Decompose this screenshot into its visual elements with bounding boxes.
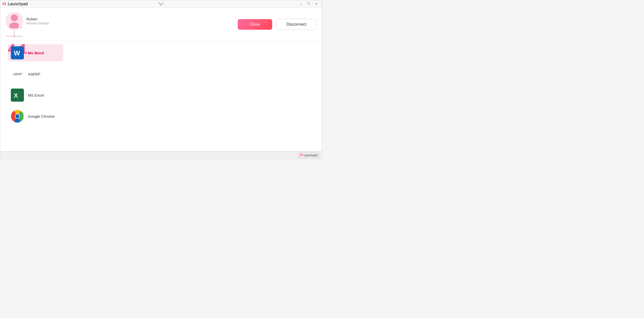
excel-icon: X [11, 89, 24, 102]
connector-line-h-left [6, 36, 14, 36]
app-label-ms-excel: MS Excel [28, 93, 44, 97]
app-item-google-chrome[interactable]: Google Chrome [8, 108, 73, 125]
excel-icon-svg: X [13, 90, 22, 100]
svg-point-1 [4, 3, 5, 4]
minimize-button[interactable]: ─ [298, 2, 305, 7]
launchpad-icon [2, 2, 6, 6]
title-bar-title: Launchpad [8, 2, 28, 6]
chrome-icon [11, 110, 24, 123]
connector-line-h-right [15, 36, 23, 36]
svg-point-17 [301, 154, 302, 155]
avatar [5, 12, 23, 30]
taskbar-launchpad-icon [300, 154, 303, 157]
title-bar-left: Launchpad [2, 2, 28, 6]
title-bar: Launchpad ─ ❐ ✕ [0, 0, 322, 8]
word-icon-svg: W [13, 48, 22, 58]
window-close-button[interactable]: ✕ [313, 2, 320, 7]
chrome-icon-svg [11, 110, 24, 123]
app-item-a3erp[interactable]: a3ERP A3ERP [8, 65, 73, 83]
svg-point-18 [300, 156, 302, 157]
remote-desktop-label: Remote Desktop [26, 22, 49, 25]
taskbar-launchpad-item[interactable]: Launchpad [298, 152, 320, 158]
close-button[interactable]: Close [238, 19, 272, 30]
avatar-badge [18, 25, 23, 29]
chevron-down-icon [158, 2, 164, 6]
svg-text:W: W [14, 49, 20, 57]
a3erp-icon-text: a3ERP [13, 72, 22, 76]
app-label-ms-word: Ms Word [28, 51, 44, 55]
disconnect-button[interactable]: Disconnect [276, 19, 317, 30]
header: Ruben Remote Desktop Close Disconnect [0, 8, 322, 40]
launchpad-window: Launchpad ─ ❐ ✕ [0, 0, 322, 159]
taskbar-item-label: Launchpad [304, 154, 317, 157]
content-area: 4 1 W Ms Word a3ERP A3ERP X [0, 40, 322, 151]
svg-point-15 [15, 114, 19, 118]
user-info: Ruben Remote Desktop [26, 12, 49, 25]
restore-button[interactable]: ❐ [305, 2, 312, 7]
header-buttons: Close Disconnect [238, 19, 317, 30]
app-item-ms-excel[interactable]: X MS Excel [8, 87, 73, 104]
user-name: Ruben [26, 17, 37, 21]
connector-line-v [14, 30, 15, 35]
app-label-a3erp: A3ERP [28, 72, 40, 76]
app-label-google-chrome: Google Chrome [28, 114, 55, 118]
app-item-ms-word[interactable]: 4 1 W Ms Word [8, 44, 63, 61]
taskbar: Launchpad [0, 151, 322, 159]
title-bar-controls: ─ ❐ ✕ [298, 2, 320, 7]
header-user: Ruben Remote Desktop [5, 12, 49, 37]
word-icon: W [11, 46, 24, 59]
dropdown-arrow[interactable] [157, 2, 165, 7]
svg-point-2 [3, 5, 5, 6]
svg-point-4 [9, 22, 19, 28]
svg-point-3 [11, 14, 18, 21]
plus-icon [19, 26, 22, 28]
a3erp-icon: a3ERP [11, 67, 24, 81]
